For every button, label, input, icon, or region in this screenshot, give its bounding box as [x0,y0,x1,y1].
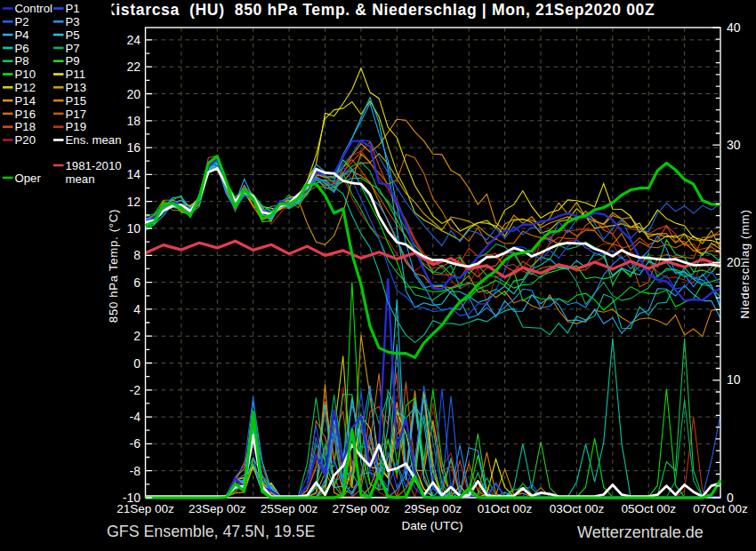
svg-text:8: 8 [133,248,141,262]
svg-text:P13: P13 [66,81,86,94]
svg-text:P5: P5 [66,28,80,42]
svg-text:mean: mean [66,172,95,186]
svg-text:P4: P4 [15,28,29,42]
svg-text:12: 12 [126,195,141,209]
svg-text:16: 16 [126,140,141,155]
svg-text:6: 6 [133,276,141,290]
svg-text:14: 14 [126,167,141,181]
svg-text:2: 2 [133,329,141,343]
svg-text:10: 10 [727,372,741,387]
svg-text:10: 10 [126,221,141,236]
svg-text:P3: P3 [66,15,80,28]
svg-text:P19: P19 [66,120,86,133]
svg-text:850 hPa Temp. (°C): 850 hPa Temp. (°C) [107,209,120,323]
svg-text:Ens. mean: Ens. mean [66,133,122,147]
svg-text:P15: P15 [66,94,86,108]
svg-text:20: 20 [126,87,141,101]
svg-text:P14: P14 [15,94,36,108]
svg-text:01Oct 00z: 01Oct 00z [478,502,533,515]
svg-text:07Oct 00z: 07Oct 00z [693,502,748,515]
svg-text:4: 4 [133,302,141,316]
svg-text:-8: -8 [130,464,141,478]
svg-text:21Sep 00z: 21Sep 00z [117,502,174,515]
svg-text:0: 0 [133,356,141,371]
svg-text:40: 40 [727,20,741,35]
svg-text:P6: P6 [15,42,29,55]
svg-text:Date (UTC): Date (UTC) [401,519,462,532]
svg-text:P17: P17 [66,108,86,121]
svg-text:-2: -2 [130,383,141,397]
svg-text:Kistarcsa (HU) 850 hPa Temp.: Kistarcsa (HU) 850 hPa Temp. & Niedersch… [104,1,655,19]
svg-text:03Oct 00z: 03Oct 00z [550,502,605,515]
svg-text:Niederschlag (mm): Niederschlag (mm) [738,209,752,318]
svg-text:1981-2010: 1981-2010 [66,159,122,172]
svg-text:-4: -4 [130,410,141,424]
svg-text:25Sep 00z: 25Sep 00z [261,502,318,515]
svg-text:24: 24 [126,33,141,47]
svg-text:P7: P7 [66,42,80,55]
svg-text:05Oct 00z: 05Oct 00z [621,502,676,515]
svg-text:P11: P11 [66,68,86,81]
svg-text:GFS Ensemble, 47.5N, 19.5E: GFS Ensemble, 47.5N, 19.5E [107,523,315,540]
svg-text:29Sep 00z: 29Sep 00z [405,502,462,515]
svg-text:P12: P12 [15,81,36,94]
svg-text:27Sep 00z: 27Sep 00z [333,502,390,515]
svg-text:P10: P10 [15,68,36,81]
svg-text:-6: -6 [130,436,141,451]
svg-text:P1: P1 [66,2,80,15]
svg-text:23Sep 00z: 23Sep 00z [189,502,246,515]
svg-text:P8: P8 [15,54,29,68]
svg-text:P9: P9 [66,54,80,68]
svg-text:30: 30 [727,138,741,152]
svg-text:P18: P18 [15,120,36,133]
svg-text:P20: P20 [15,133,36,147]
svg-text:Oper: Oper [15,172,42,185]
svg-text:Control: Control [15,2,53,15]
svg-text:Wetterzentrale.de: Wetterzentrale.de [577,523,704,541]
svg-text:18: 18 [126,114,141,128]
svg-text:P16: P16 [15,108,36,121]
svg-text:22: 22 [126,60,141,74]
svg-text:P2: P2 [15,15,29,28]
